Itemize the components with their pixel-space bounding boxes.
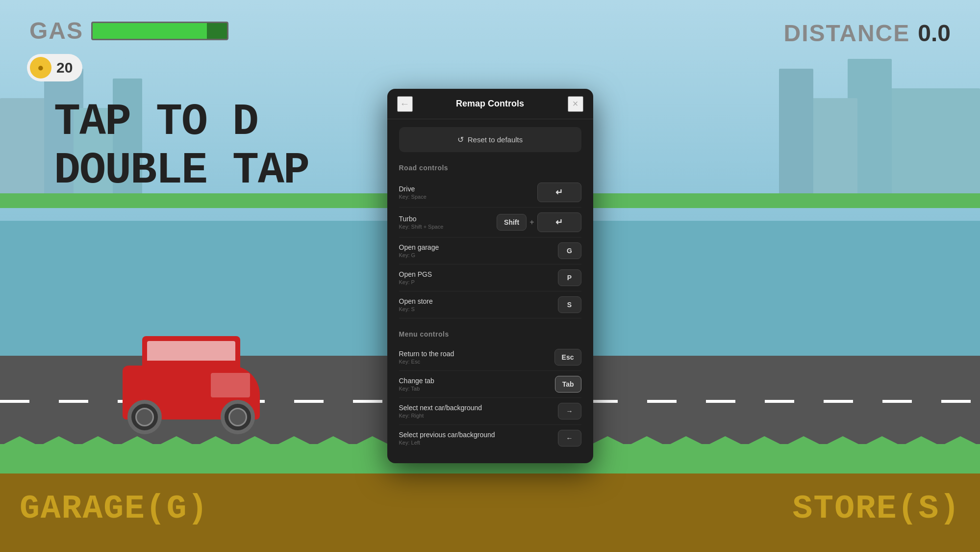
turbo-binding: Shift + ↵ xyxy=(497,212,581,232)
control-row-open-store: Open store Key: S S xyxy=(399,291,581,318)
prev-car-key-button[interactable]: ← xyxy=(558,430,581,447)
next-car-binding: → xyxy=(558,403,581,420)
control-row-prev-car: Select previous car/background Key: Left… xyxy=(399,425,581,451)
control-row-drive: Drive Key: Space ↵ xyxy=(399,178,581,208)
open-pgs-info: Open PGS Key: P xyxy=(399,270,432,285)
return-to-road-key-button[interactable]: Esc xyxy=(554,349,581,366)
control-row-turbo: Turbo Key: Shift + Space Shift + ↵ xyxy=(399,208,581,237)
modal-body: ↺ Reset to defaults Road controls Drive … xyxy=(387,119,593,463)
change-tab-key-hint: Key: Tab xyxy=(399,386,434,392)
remap-controls-modal: ← Remap Controls × ↺ Reset to defaults R… xyxy=(387,89,593,463)
return-to-road-key-hint: Key: Esc xyxy=(399,359,454,365)
next-car-key-button[interactable]: → xyxy=(558,403,581,420)
open-garage-name: Open garage xyxy=(399,243,439,251)
back-button[interactable]: ← xyxy=(397,96,413,112)
drive-name: Drive xyxy=(399,185,427,193)
reset-to-defaults-button[interactable]: ↺ Reset to defaults xyxy=(399,127,581,152)
road-controls-label: Road controls xyxy=(399,164,581,172)
turbo-name: Turbo xyxy=(399,215,444,223)
menu-controls-label: Menu controls xyxy=(399,330,581,338)
drive-binding: ↵ xyxy=(537,183,581,202)
prev-car-name: Select previous car/background xyxy=(399,431,495,439)
open-garage-binding: G xyxy=(558,242,581,259)
control-row-open-garage: Open garage Key: G G xyxy=(399,237,581,264)
control-row-change-tab: Change tab Key: Tab Tab xyxy=(399,371,581,398)
open-pgs-name: Open PGS xyxy=(399,270,432,278)
open-pgs-binding: P xyxy=(558,269,581,286)
drive-key-hint: Key: Space xyxy=(399,194,427,200)
drive-key-button[interactable]: ↵ xyxy=(537,183,581,202)
plus-sign: + xyxy=(529,218,534,227)
change-tab-key-button[interactable]: Tab xyxy=(555,376,581,393)
next-car-key-hint: Key: Right xyxy=(399,413,482,419)
prev-car-info: Select previous car/background Key: Left xyxy=(399,431,495,446)
turbo-key-hint: Key: Shift + Space xyxy=(399,224,444,230)
open-garage-info: Open garage Key: G xyxy=(399,243,439,258)
open-pgs-key-button[interactable]: P xyxy=(558,269,581,286)
open-store-key-button[interactable]: S xyxy=(558,296,581,313)
modal-title: Remap Controls xyxy=(456,99,524,109)
return-to-road-info: Return to the road Key: Esc xyxy=(399,350,454,365)
control-row-next-car: Select next car/background Key: Right → xyxy=(399,398,581,425)
control-row-open-pgs: Open PGS Key: P P xyxy=(399,264,581,291)
next-car-name: Select next car/background xyxy=(399,404,482,412)
open-store-binding: S xyxy=(558,296,581,313)
control-row-return-to-road: Return to the road Key: Esc Esc xyxy=(399,344,581,371)
open-garage-key-hint: Key: G xyxy=(399,252,439,258)
modal-overlay: ← Remap Controls × ↺ Reset to defaults R… xyxy=(0,0,980,552)
drive-info: Drive Key: Space xyxy=(399,185,427,200)
reset-icon: ↺ xyxy=(457,135,464,144)
open-store-name: Open store xyxy=(399,297,433,305)
prev-car-binding: ← xyxy=(558,430,581,447)
close-button[interactable]: × xyxy=(568,96,583,112)
return-to-road-binding: Esc xyxy=(554,349,581,366)
change-tab-info: Change tab Key: Tab xyxy=(399,377,434,392)
prev-car-key-hint: Key: Left xyxy=(399,440,495,446)
open-garage-key-button[interactable]: G xyxy=(558,242,581,259)
return-to-road-name: Return to the road xyxy=(399,350,454,358)
turbo-key1-button[interactable]: Shift xyxy=(497,214,527,231)
open-store-info: Open store Key: S xyxy=(399,297,433,312)
reset-label: Reset to defaults xyxy=(468,135,523,144)
turbo-info: Turbo Key: Shift + Space xyxy=(399,215,444,230)
open-store-key-hint: Key: S xyxy=(399,306,433,312)
next-car-info: Select next car/background Key: Right xyxy=(399,404,482,419)
open-pgs-key-hint: Key: P xyxy=(399,279,432,285)
change-tab-name: Change tab xyxy=(399,377,434,385)
modal-header: ← Remap Controls × xyxy=(387,89,593,119)
turbo-key2-button[interactable]: ↵ xyxy=(537,212,581,232)
change-tab-binding: Tab xyxy=(555,376,581,393)
